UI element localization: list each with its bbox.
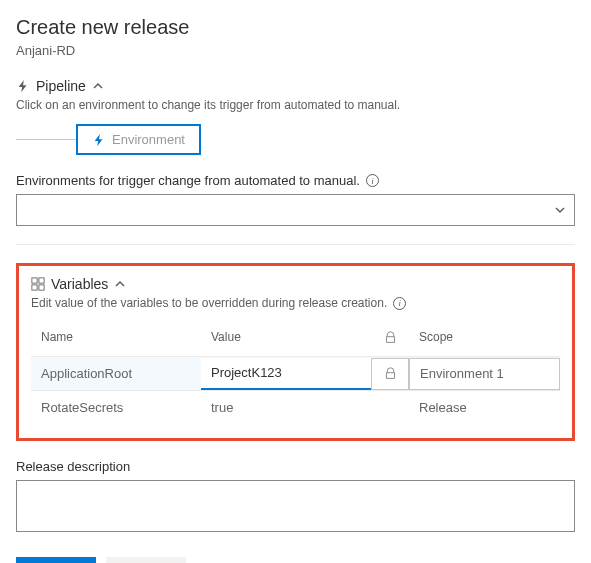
variable-value-input[interactable]: ProjectK123 — [201, 358, 371, 390]
lightning-icon — [16, 79, 30, 93]
release-definition-name: Anjani-RD — [16, 43, 575, 58]
variable-name-cell: ApplicationRoot — [31, 360, 201, 387]
lock-icon — [384, 367, 397, 380]
lock-icon — [384, 331, 397, 344]
environments-dropdown-label: Environments for trigger change from aut… — [16, 173, 575, 188]
info-icon[interactable]: i — [393, 297, 406, 310]
col-name: Name — [31, 330, 201, 344]
variable-value-cell[interactable]: true — [201, 394, 371, 421]
table-row[interactable]: ApplicationRoot ProjectK123 Environment … — [31, 356, 560, 390]
variables-table-header: Name Value Scope — [31, 322, 560, 356]
variables-highlight-box: Variables Edit value of the variables to… — [16, 263, 575, 441]
svg-rect-0 — [32, 278, 37, 283]
section-divider — [16, 244, 575, 245]
pipeline-visual: Environment — [16, 124, 575, 155]
variable-scope-cell[interactable]: Release — [409, 394, 560, 421]
environment-stage-label: Environment — [112, 132, 185, 147]
variables-grid-icon — [31, 277, 45, 291]
pipeline-connector — [16, 139, 76, 140]
table-row[interactable]: RotateSecrets true Release — [31, 390, 560, 424]
release-description-label: Release description — [16, 459, 575, 474]
variable-name-cell: RotateSecrets — [31, 394, 201, 421]
info-icon[interactable]: i — [366, 174, 379, 187]
svg-rect-3 — [39, 285, 44, 290]
pipeline-section-title: Pipeline — [36, 78, 86, 94]
col-scope: Scope — [409, 330, 560, 344]
chevron-up-icon — [114, 278, 126, 290]
action-buttons: Create Cancel — [16, 557, 575, 563]
lightning-icon — [92, 133, 106, 147]
svg-rect-2 — [32, 285, 37, 290]
svg-rect-1 — [39, 278, 44, 283]
variable-scope-dropdown[interactable]: Environment 1 — [409, 358, 560, 390]
create-button[interactable]: Create — [16, 557, 96, 563]
cancel-button[interactable]: Cancel — [106, 557, 186, 563]
col-value: Value — [201, 330, 371, 344]
variables-table: Name Value Scope ApplicationRoot Project… — [31, 322, 560, 424]
variables-section-title: Variables — [51, 276, 108, 292]
environments-dropdown[interactable] — [16, 194, 575, 226]
variables-section-header[interactable]: Variables — [31, 276, 560, 292]
environment-stage-box[interactable]: Environment — [76, 124, 201, 155]
pipeline-section-header[interactable]: Pipeline — [16, 78, 575, 94]
page-title: Create new release — [16, 16, 575, 39]
chevron-down-icon — [554, 204, 566, 216]
variable-lock-cell[interactable] — [371, 402, 409, 414]
release-description-input[interactable] — [16, 480, 575, 532]
col-lock — [371, 331, 409, 344]
variables-helper-text: Edit value of the variables to be overri… — [31, 296, 560, 310]
chevron-up-icon — [92, 80, 104, 92]
pipeline-helper-text: Click on an environment to change its tr… — [16, 98, 575, 112]
variable-lock-button[interactable] — [371, 358, 409, 390]
